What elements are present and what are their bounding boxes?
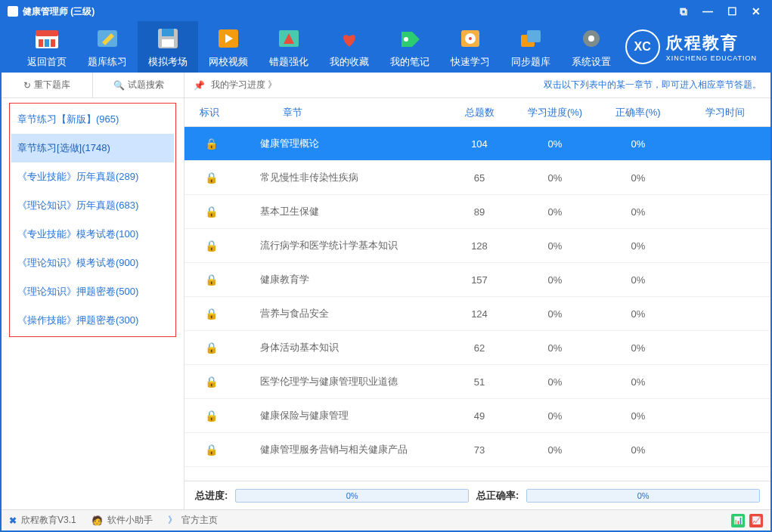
table-header: 标识 章节 总题数 学习进度(%) 正确率(%) 学习时间 xyxy=(184,98,770,127)
table-row[interactable]: 🔒医学伦理学与健康管理职业道德510%0% xyxy=(184,365,770,399)
sidebar-item[interactable]: 《操作技能》押题密卷(300) xyxy=(11,306,174,335)
col-time: 学习时间 xyxy=(680,106,770,119)
correct-cell: 0% xyxy=(597,444,680,456)
close-button[interactable]: ✕ xyxy=(748,5,764,18)
toolbar-mistakes[interactable]: 错题强化 xyxy=(259,21,319,73)
content-panel: 📌 我的学习进度 》 双击以下列表中的某一章节，即可进入相应章节答题。 标识 章… xyxy=(184,73,770,509)
target-icon xyxy=(275,25,302,52)
table-row[interactable]: 🔒流行病学和医学统计学基本知识1280%0% xyxy=(184,229,770,263)
correct-cell: 0% xyxy=(597,410,680,422)
toolbar-favorites[interactable]: 我的收藏 xyxy=(319,21,380,73)
total-progress-label: 总进度: xyxy=(195,489,228,503)
gear-icon xyxy=(578,25,605,52)
correct-cell: 0% xyxy=(597,376,680,388)
table-row[interactable]: 🔒健康保险与健康管理490%0% xyxy=(184,399,770,433)
svg-rect-2 xyxy=(39,39,43,47)
minimize-button[interactable]: — xyxy=(699,5,716,18)
correct-cell: 0% xyxy=(597,240,680,252)
col-correct: 正确率(%) xyxy=(597,106,680,119)
lock-icon: 🔒 xyxy=(184,206,237,218)
toolbar-quick[interactable]: 快速学习 xyxy=(440,21,501,73)
chapter-cell: 健康保险与健康管理 xyxy=(237,409,445,422)
toolbar-label: 我的笔记 xyxy=(390,55,429,69)
play-icon xyxy=(215,25,242,52)
lock-icon: 🔒 xyxy=(184,342,237,354)
sidebar-item[interactable]: 《理论知识》模考试卷(900) xyxy=(11,249,174,277)
total-cell: 51 xyxy=(445,376,513,388)
toolbar-notes[interactable]: 我的笔记 xyxy=(380,21,440,73)
sidebar-item[interactable]: 《专业技能》模考试卷(100) xyxy=(11,220,174,249)
toolbar-sync[interactable]: 同步题库 xyxy=(501,21,561,73)
lock-icon: 🔒 xyxy=(184,172,237,184)
table-body[interactable]: 🔒健康管理概论1040%0%🔒常见慢性非传染性疾病650%0%🔒基本卫生保健89… xyxy=(184,127,770,481)
table-row[interactable]: 🔒健康管理服务营销与相关健康产品730%0% xyxy=(184,433,770,467)
total-correct-bar: 0% xyxy=(526,489,760,503)
stats-icon[interactable]: 📊 xyxy=(731,514,745,527)
svg-rect-3 xyxy=(45,39,49,47)
lock-icon: 🔒 xyxy=(184,308,237,320)
total-correct-label: 总正确率: xyxy=(476,489,519,503)
table-row[interactable]: 🔒营养与食品安全1240%0% xyxy=(184,297,770,331)
correct-cell: 0% xyxy=(597,308,680,320)
sidebar-list: 章节练习【新版】(965) 章节练习[选做](1748) 《专业技能》历年真题(… xyxy=(2,98,184,342)
window-title: 健康管理师 (三级) xyxy=(23,5,95,18)
content-header: 📌 我的学习进度 》 双击以下列表中的某一章节，即可进入相应章节答题。 xyxy=(184,73,770,98)
table-row[interactable]: 🔒身体活动基本知识620%0% xyxy=(184,331,770,365)
toolbar-settings[interactable]: 系统设置 xyxy=(561,21,622,73)
pin-icon: 📌 xyxy=(194,80,205,91)
sidebar-tab-search[interactable]: 🔍 试题搜索 xyxy=(93,73,184,97)
chapter-cell: 营养与食品安全 xyxy=(237,307,445,320)
tag-icon xyxy=(396,25,423,52)
maximize-button[interactable]: ☐ xyxy=(724,5,740,18)
chevron-right-icon: 》 xyxy=(168,514,177,527)
pin-button[interactable]: ⧉ xyxy=(675,5,692,18)
lock-icon: 🔒 xyxy=(184,444,237,456)
sidebar-item[interactable]: 章节练习【新版】(965) xyxy=(11,105,174,134)
chapter-cell: 健康管理服务营销与相关健康产品 xyxy=(237,443,445,456)
chart-icon[interactable]: 📈 xyxy=(749,514,763,527)
toolbar-label: 网校视频 xyxy=(209,55,248,69)
progress-footer: 总进度: 0% 总正确率: 0% xyxy=(184,481,770,509)
correct-cell: 0% xyxy=(597,274,680,286)
toolbar-label: 同步题库 xyxy=(511,55,550,69)
sidebar-tabs: ↻ 重下题库 🔍 试题搜索 xyxy=(2,73,184,98)
status-home[interactable]: 》 官方主页 xyxy=(168,514,218,527)
svg-rect-20 xyxy=(527,30,541,42)
progress-breadcrumb[interactable]: 我的学习进度 》 xyxy=(211,79,277,91)
progress-cell: 0% xyxy=(513,138,597,150)
close-icon: ✖ xyxy=(9,515,17,526)
lock-icon: 🔒 xyxy=(184,376,237,388)
correct-cell: 0% xyxy=(597,342,680,354)
toolbar-label: 系统设置 xyxy=(572,55,611,69)
total-cell: 65 xyxy=(445,172,513,184)
table-row[interactable]: 🔒健康管理概论1040%0% xyxy=(184,127,770,161)
sidebar-item[interactable]: 《理论知识》历年真题(683) xyxy=(11,191,174,220)
col-chapter: 章节 xyxy=(237,106,445,119)
status-helper[interactable]: 🧑 软件小助手 xyxy=(91,514,153,527)
table-row[interactable]: 🔒基本卫生保健890%0% xyxy=(184,195,770,229)
toolbar-practice[interactable]: 题库练习 xyxy=(77,21,138,73)
progress-cell: 0% xyxy=(513,342,597,354)
toolbar-video[interactable]: 网校视频 xyxy=(198,21,259,73)
table-row[interactable]: 🔒健康教育学1570%0% xyxy=(184,263,770,297)
toolbar-home[interactable]: 返回首页 xyxy=(17,21,77,73)
svg-rect-1 xyxy=(36,30,58,36)
helper-icon: 🧑 xyxy=(91,515,103,526)
home-icon xyxy=(33,25,60,52)
sidebar-tab-redownload[interactable]: ↻ 重下题库 xyxy=(2,73,93,97)
status-app[interactable]: ✖ 欣程教育V3.1 xyxy=(9,514,76,527)
sidebar-item[interactable]: 《专业技能》历年真题(289) xyxy=(11,162,174,191)
status-right: 📊 📈 xyxy=(731,514,763,527)
chapter-cell: 健康管理概论 xyxy=(237,137,445,150)
main-area: ↻ 重下题库 🔍 试题搜索 章节练习【新版】(965) 章节练习[选做](174… xyxy=(2,73,770,509)
svg-point-15 xyxy=(404,37,408,42)
lock-icon: 🔒 xyxy=(184,240,237,252)
table-row[interactable]: 🔒常见慢性非传染性疾病650%0% xyxy=(184,161,770,195)
lock-icon: 🔒 xyxy=(184,274,237,286)
sidebar-item[interactable]: 《理论知识》押题密卷(500) xyxy=(11,277,174,306)
total-cell: 89 xyxy=(445,206,513,218)
logo-cn: 欣程教育 xyxy=(666,32,757,54)
sidebar-item[interactable]: 章节练习[选做](1748) xyxy=(11,134,174,162)
toolbar-exam[interactable]: 模拟考场 xyxy=(138,21,198,73)
lock-icon: 🔒 xyxy=(184,138,237,150)
